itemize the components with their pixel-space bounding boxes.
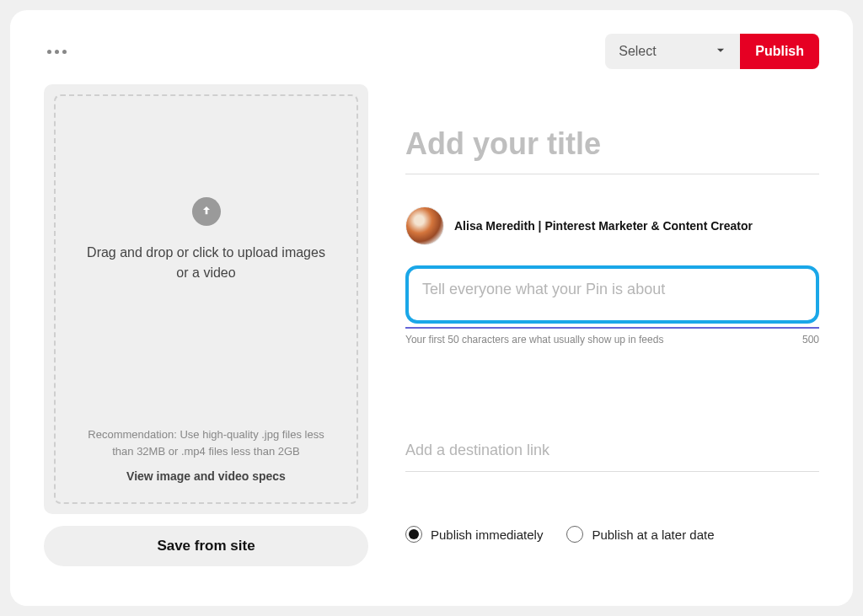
publish-immediately-label: Publish immediately	[431, 528, 543, 542]
description-meta: Your first 50 characters are what usuall…	[405, 327, 819, 345]
upload-arrow-icon	[192, 197, 221, 226]
upload-dropzone[interactable]: Drag and drop or click to upload images …	[54, 94, 358, 504]
pin-builder-card: Select Publish Drag and drop or click to…	[10, 10, 853, 606]
chevron-down-icon	[715, 45, 726, 59]
title-input[interactable]	[405, 120, 819, 174]
description-highlight	[405, 265, 819, 324]
upload-recommendation: Recommendation: Use high-quality .jpg fi…	[81, 426, 331, 459]
publish-later-label: Publish at a later date	[592, 528, 714, 542]
radio-unselected-icon	[566, 526, 583, 543]
save-from-site-button[interactable]: Save from site	[44, 526, 368, 566]
publish-later-radio[interactable]: Publish at a later date	[566, 526, 714, 543]
upload-box: Drag and drop or click to upload images …	[44, 84, 368, 514]
top-bar: Select Publish	[44, 34, 819, 69]
upload-instructions: Drag and drop or click to upload images …	[81, 243, 331, 283]
form-column: Alisa Meredith | Pinterest Marketer & Co…	[405, 84, 819, 566]
board-select-label: Select	[619, 44, 656, 59]
view-specs-link[interactable]: View image and video specs	[81, 468, 331, 485]
author-name: Alisa Meredith | Pinterest Marketer & Co…	[454, 219, 753, 233]
avatar	[405, 206, 444, 245]
destination-link-input[interactable]	[405, 435, 819, 472]
description-input[interactable]	[422, 281, 802, 298]
radio-selected-icon	[405, 526, 422, 543]
publish-immediately-radio[interactable]: Publish immediately	[405, 526, 543, 543]
board-select[interactable]: Select	[605, 34, 740, 69]
upload-column: Drag and drop or click to upload images …	[44, 84, 368, 566]
more-options-icon[interactable]	[44, 46, 70, 57]
content-row: Drag and drop or click to upload images …	[44, 84, 819, 566]
publish-button[interactable]: Publish	[740, 34, 819, 69]
description-hint: Your first 50 characters are what usuall…	[405, 334, 663, 345]
author-row: Alisa Meredith | Pinterest Marketer & Co…	[405, 206, 819, 245]
top-actions: Select Publish	[605, 34, 819, 69]
upload-footer: Recommendation: Use high-quality .jpg fi…	[81, 426, 331, 485]
description-count: 500	[802, 334, 819, 345]
publish-options: Publish immediately Publish at a later d…	[405, 526, 819, 543]
